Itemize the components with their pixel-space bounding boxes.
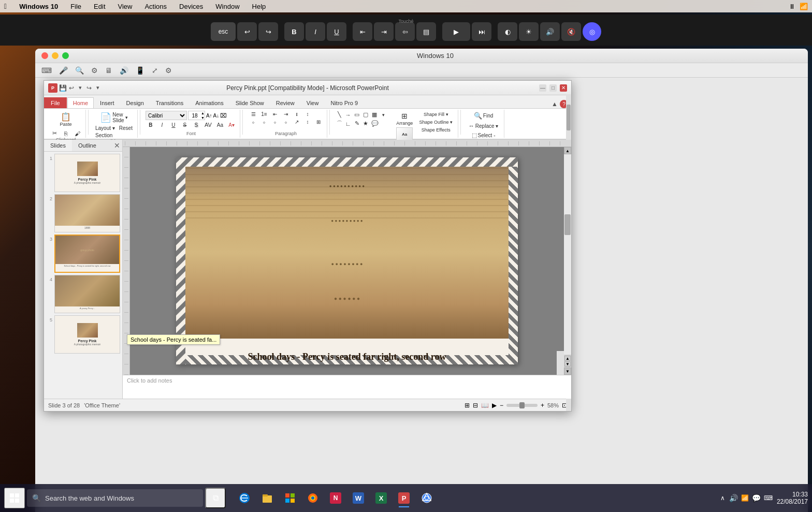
touchbar-play[interactable]: ▶ <box>442 22 470 41</box>
slide-panel-close-btn[interactable]: ✕ <box>114 141 120 150</box>
tab-design[interactable]: Design <box>121 97 150 108</box>
touchbar-redo[interactable]: ↪ <box>258 22 278 41</box>
taskbar-app1-icon[interactable]: N <box>325 488 346 508</box>
task-view-btn[interactable]: ⧉ <box>205 488 226 508</box>
format-painter-button[interactable]: 🖌 <box>72 129 82 137</box>
shape-fill-btn[interactable]: Shape Fill ▾ <box>417 111 455 118</box>
replace-button[interactable]: ↔Replace ▾ <box>467 122 500 130</box>
menubar-windows10[interactable]: Windows 10 <box>17 3 60 10</box>
tab-home[interactable]: Home <box>67 97 94 108</box>
taskbar-powerpoint-icon[interactable]: P <box>394 488 414 508</box>
minimize-button[interactable] <box>52 52 59 59</box>
touchbar-italic[interactable]: I <box>306 22 325 41</box>
quick-undo-arrow[interactable]: ▾ <box>77 84 84 92</box>
slides-tab[interactable]: Slides <box>44 140 72 151</box>
underline-button[interactable]: U <box>168 122 179 128</box>
tab-view[interactable]: View <box>301 97 325 108</box>
close-button[interactable] <box>41 52 48 59</box>
tab-insert[interactable]: Insert <box>94 97 120 108</box>
tab-nitro[interactable]: Nitro Pro 9 <box>325 97 364 108</box>
chrome-screen-btn[interactable]: 📱 <box>134 65 147 76</box>
slide-image-2[interactable]: 1888 <box>54 194 120 232</box>
menubar-actions[interactable]: Actions <box>142 3 169 10</box>
start-button[interactable] <box>4 488 25 508</box>
chrome-audio-btn[interactable]: 🎤 <box>57 65 70 76</box>
taskbar-firefox-icon[interactable] <box>302 488 323 508</box>
shape-rect-btn[interactable]: ▭ <box>353 111 361 119</box>
touchbar-brightness-down[interactable]: ◐ <box>498 22 517 41</box>
italic-button[interactable]: I <box>157 122 167 128</box>
justify-btn[interactable]: ⬦ <box>281 119 291 125</box>
touchbar-align-center[interactable]: ⇥ <box>374 22 394 41</box>
touchbar-align-left[interactable]: ⇤ <box>353 22 372 41</box>
align-right-btn[interactable]: ⬦ <box>270 119 280 125</box>
align-center-btn[interactable]: ⬦ <box>259 119 269 125</box>
fullscreen-button[interactable] <box>62 52 69 59</box>
font-size-input[interactable] <box>189 113 201 119</box>
chrome-gear-btn[interactable]: ⚙ <box>163 65 174 76</box>
taskbar-excel-icon[interactable]: X <box>371 488 392 508</box>
slide-sorter-btn[interactable]: ⊟ <box>473 402 478 409</box>
scroll-down-btn[interactable]: ▼ <box>564 368 571 375</box>
ppt-minimize-btn[interactable]: — <box>539 84 546 92</box>
taskbar-store-icon[interactable] <box>280 488 300 508</box>
keyboard-icon[interactable]: ⌨ <box>764 494 773 502</box>
menubar-view[interactable]: View <box>116 3 135 10</box>
chrome-search-btn[interactable]: 🔍 <box>73 65 86 76</box>
taskbar-search[interactable]: 🔍 Search the web and Windows <box>27 489 203 507</box>
shapes-dropdown-btn[interactable]: ▾ <box>379 111 387 119</box>
system-clock[interactable]: 10:33 22/08/2017 <box>777 491 808 505</box>
reading-view-btn[interactable]: 📖 <box>481 402 489 409</box>
arrange-button[interactable]: ⊞ Arrange <box>394 111 415 127</box>
slideshow-btn[interactable]: ▶ <box>492 402 497 409</box>
shape-curve-btn[interactable]: ⌒ <box>335 119 343 128</box>
reset-button[interactable]: Reset <box>118 125 134 131</box>
zoom-thumb[interactable] <box>519 402 525 408</box>
chrome-sound-btn[interactable]: 🔊 <box>118 65 130 76</box>
shape-angle-btn[interactable]: ∟ <box>344 119 352 128</box>
taskbar-explorer-icon[interactable] <box>257 488 278 508</box>
shape-outline-btn[interactable]: Shape Outline ▾ <box>417 119 455 126</box>
shape-round-btn[interactable]: ▢ <box>361 111 370 119</box>
increase-font-btn[interactable]: A↑ <box>206 113 212 119</box>
font-size-down[interactable]: ▼ <box>201 115 205 120</box>
bullet-list-btn[interactable]: ☰ <box>248 111 258 118</box>
font-family-select[interactable]: Calibri <box>146 111 187 120</box>
nav-btn-1[interactable]: ▲ <box>564 356 571 361</box>
cut-button[interactable]: ✂ <box>49 129 60 137</box>
touchbar-siri[interactable]: ◎ <box>583 22 601 41</box>
font-size-up[interactable]: ▲ <box>201 111 205 115</box>
slide-image-4[interactable]: A young Percy... <box>54 275 120 313</box>
slide-thumb-5[interactable]: 5 Percy Pink A photographic memoir <box>46 315 120 354</box>
slide-thumb-1[interactable]: 1 Percy Pink A photographic memoir <box>46 154 120 192</box>
paste-button[interactable]: 📋 Paste <box>55 111 76 129</box>
ppt-maximize-btn[interactable]: □ <box>549 84 557 92</box>
network-icon[interactable]: 📶 <box>741 494 749 502</box>
normal-view-btn[interactable]: ⊞ <box>465 402 470 409</box>
decrease-font-btn[interactable]: A↓ <box>213 113 220 119</box>
quick-save-btn[interactable]: 💾 <box>59 84 66 92</box>
copy-button[interactable]: ⎘ <box>61 129 71 137</box>
touchbar-skip[interactable]: ⏭ <box>472 22 491 41</box>
align-left-btn[interactable]: ⬦ <box>248 119 258 125</box>
text-direction-btn[interactable]: ↗ <box>292 119 302 125</box>
menubar-window[interactable]: Window <box>213 3 241 10</box>
tab-transitions[interactable]: Transitions <box>150 97 189 108</box>
spacing-button[interactable]: AV <box>202 121 214 128</box>
touchbar-underline[interactable]: U <box>327 22 346 41</box>
menubar-file[interactable]: File <box>68 3 83 10</box>
shape-star-btn[interactable]: ★ <box>361 119 370 128</box>
touchbar-esc[interactable]: esc <box>211 22 236 41</box>
linespacing-btn[interactable]: ↕ <box>302 111 313 118</box>
slide-image-1[interactable]: Percy Pink A photographic memoir <box>54 154 120 192</box>
zoom-slider[interactable] <box>506 404 538 407</box>
slide-image-5[interactable]: Percy Pink A photographic memoir <box>54 315 120 354</box>
columns-btn[interactable]: ⫾ <box>292 111 302 118</box>
shape-arrow-btn[interactable]: → <box>344 111 352 119</box>
scroll-up-btn[interactable]: ▲ <box>564 147 571 154</box>
shape-effects-btn[interactable]: Shape Effects <box>417 126 455 134</box>
text-align-vert-btn[interactable]: ↕ <box>302 119 313 125</box>
slide-vertical-scrollbar[interactable]: ▲ ▲ ▼ ▼ <box>564 147 571 375</box>
slide-thumb-3[interactable]: 3 group photo School days - Percy is sea… <box>46 235 120 273</box>
tab-animations[interactable]: Animations <box>190 97 229 108</box>
